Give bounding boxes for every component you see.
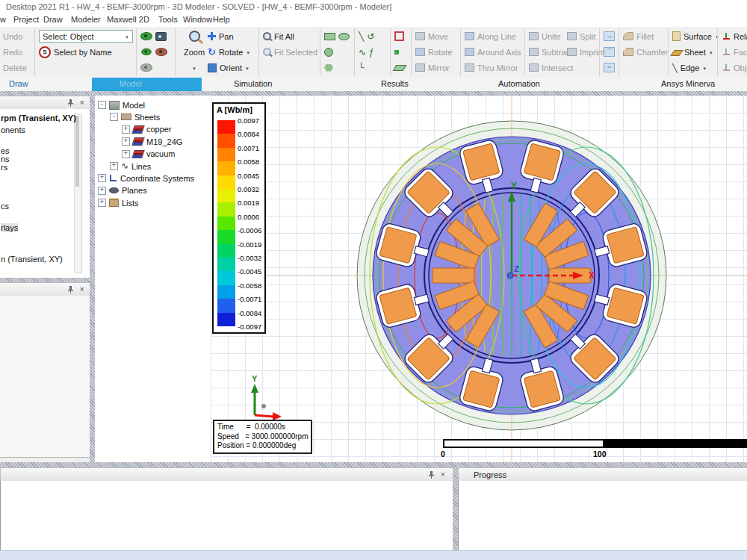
tab-automation[interactable]: Automation xyxy=(498,79,540,88)
tab-ansys-minerva[interactable]: Ansys Minerva xyxy=(661,79,715,88)
expand-icon[interactable]: + xyxy=(98,174,106,182)
tree-node-lists[interactable]: +Lists xyxy=(98,197,139,208)
select-mode-dropdown[interactable]: Select: Object▼ xyxy=(39,30,133,43)
rotate-op-button[interactable]: Rotate xyxy=(428,48,452,57)
draw-circle-icon[interactable] xyxy=(324,48,333,57)
pan-button[interactable]: Pan xyxy=(219,32,234,41)
menu-item-help[interactable]: Help xyxy=(213,15,230,24)
edge-button[interactable]: Edge xyxy=(681,63,700,72)
tree-node-copper[interactable]: +copper xyxy=(122,124,172,135)
draw-ellipse-icon[interactable] xyxy=(338,33,350,40)
visibility-dialog-icon[interactable] xyxy=(155,32,167,41)
thru-mirror-button[interactable]: Thru Mirror xyxy=(477,63,518,72)
project-tree-item[interactable]: cs xyxy=(1,202,9,211)
fit-selected-button[interactable]: Fit Selected xyxy=(274,48,317,57)
scrollbar-thumb[interactable] xyxy=(75,116,79,187)
draw-polygon-icon[interactable] xyxy=(324,64,333,72)
pin-icon[interactable] xyxy=(67,99,74,107)
sweep-axis-icon[interactable]: ⌒ xyxy=(604,47,615,57)
tab-simulation[interactable]: Simulation xyxy=(234,79,272,88)
expand-icon[interactable]: + xyxy=(122,150,130,158)
dock-splitter-bottom[interactable] xyxy=(0,462,747,467)
dock-splitter-vertical[interactable] xyxy=(90,96,95,462)
expand-icon[interactable]: + xyxy=(98,187,106,195)
zoom-button[interactable]: Zoom xyxy=(184,48,205,57)
draw-rectangle-icon[interactable] xyxy=(324,33,335,40)
rotate-view-button[interactable]: Rotate xyxy=(219,48,243,57)
intersect-button[interactable]: Intersect xyxy=(542,63,573,72)
draw-box-icon[interactable] xyxy=(394,31,404,41)
fit-all-button[interactable]: Fit All xyxy=(274,32,294,41)
move-button[interactable]: Move xyxy=(428,32,448,41)
draw-spline-icon[interactable]: ∿ xyxy=(359,49,366,56)
object-cs-button[interactable]: Object CS xyxy=(734,63,747,72)
menu-item-draw[interactable]: Draw xyxy=(43,15,63,24)
project-tree-item[interactable]: onents xyxy=(1,125,25,134)
rotor-conductor[interactable] xyxy=(433,268,474,283)
close-icon[interactable]: × xyxy=(441,470,445,479)
chamfer-button[interactable]: Chamfer xyxy=(636,48,668,57)
unite-button[interactable]: Unite xyxy=(542,32,564,41)
zoom-icon[interactable] xyxy=(189,31,200,42)
tree-node-model[interactable]: -Model xyxy=(98,99,145,111)
modeler-viewport[interactable]: YXZY A [Wb/m] 0.00970.00840.00710.00580.… xyxy=(211,96,747,462)
close-icon[interactable]: × xyxy=(80,99,84,107)
sweep-vector-icon[interactable]: → xyxy=(604,31,615,41)
sweep-path-icon[interactable]: ~ xyxy=(604,63,615,72)
draw-line-icon[interactable]: ╲ xyxy=(359,33,364,40)
expand-icon[interactable]: + xyxy=(98,199,106,207)
draw-equation-icon[interactable]: ƒ xyxy=(369,49,374,56)
chevron-down-icon[interactable]: ▼ xyxy=(245,66,249,71)
expand-icon[interactable]: + xyxy=(122,137,130,146)
menu-item-tools[interactable]: Tools xyxy=(158,15,178,24)
hide-all-icon[interactable] xyxy=(140,63,152,72)
project-tree-item[interactable]: rpm (Transient, XY) xyxy=(1,113,76,122)
project-tree-item[interactable]: n (Transient, XY) xyxy=(1,255,63,264)
project-tree-item[interactable]: rlays xyxy=(1,223,18,232)
relative-cs-button[interactable]: Relative CS xyxy=(734,32,747,41)
tab-model[interactable]: Model xyxy=(92,78,202,91)
orient-button[interactable]: Orient xyxy=(220,63,242,72)
draw-polyline-icon[interactable]: ╰ xyxy=(359,64,364,72)
draw-point-icon[interactable] xyxy=(394,50,399,55)
collapse-icon[interactable]: - xyxy=(98,101,106,109)
tree-node-planes[interactable]: +Planes xyxy=(98,185,147,196)
menu-item-project[interactable]: Project xyxy=(13,15,39,24)
chevron-down-icon[interactable]: ▼ xyxy=(192,66,196,71)
menu-item-maxwell-2d[interactable]: Maxwell 2D xyxy=(107,15,149,24)
select-by-name-button[interactable]: Select by Name xyxy=(54,48,112,57)
show-selection-icon[interactable] xyxy=(141,49,152,55)
pin-icon[interactable] xyxy=(428,470,435,479)
expand-icon[interactable]: + xyxy=(122,125,130,134)
tab-results[interactable]: Results xyxy=(381,79,409,88)
chevron-down-icon[interactable]: ▼ xyxy=(702,66,707,71)
menu-item-window[interactable]: Window xyxy=(183,15,212,24)
project-tree-item[interactable]: rs xyxy=(1,163,7,172)
menu-item-w[interactable]: w xyxy=(0,15,6,24)
tree-node-sheets[interactable]: -Sheets xyxy=(110,111,160,122)
sheet-button[interactable]: Sheet xyxy=(684,48,706,57)
split-button[interactable]: Split xyxy=(580,32,595,41)
panel-splitter[interactable] xyxy=(453,467,458,550)
expand-icon[interactable]: + xyxy=(110,162,118,170)
hide-selection-icon[interactable] xyxy=(155,48,167,56)
face-cs-button[interactable]: Face CS xyxy=(734,48,747,57)
along-line-button[interactable]: Along Line xyxy=(477,32,516,41)
tree-node-m19_24g[interactable]: +M19_24G xyxy=(122,136,182,147)
redo-button[interactable]: Redo xyxy=(3,48,22,57)
tab-draw[interactable]: Draw xyxy=(9,79,28,88)
around-axis-button[interactable]: Around Axis xyxy=(477,48,521,57)
pin-icon[interactable] xyxy=(67,285,74,293)
scrollbar[interactable] xyxy=(74,113,82,273)
chevron-down-icon[interactable]: ▼ xyxy=(246,51,250,55)
close-icon[interactable]: × xyxy=(80,285,84,293)
tree-node-vacuum[interactable]: +vacuum xyxy=(122,149,176,160)
tree-node-coordinate-systems[interactable]: +Coordinate Systems xyxy=(98,172,194,184)
chevron-down-icon[interactable]: ▼ xyxy=(709,51,713,55)
undo-button[interactable]: Undo xyxy=(3,32,22,41)
delete-button[interactable]: Delete xyxy=(3,63,27,72)
fillet-button[interactable]: Fillet xyxy=(636,32,654,41)
subtract-button[interactable]: Subtract xyxy=(542,48,564,57)
tree-node-lines[interactable]: +∿Lines xyxy=(110,161,151,172)
mirror-button[interactable]: Mirror xyxy=(428,63,450,72)
